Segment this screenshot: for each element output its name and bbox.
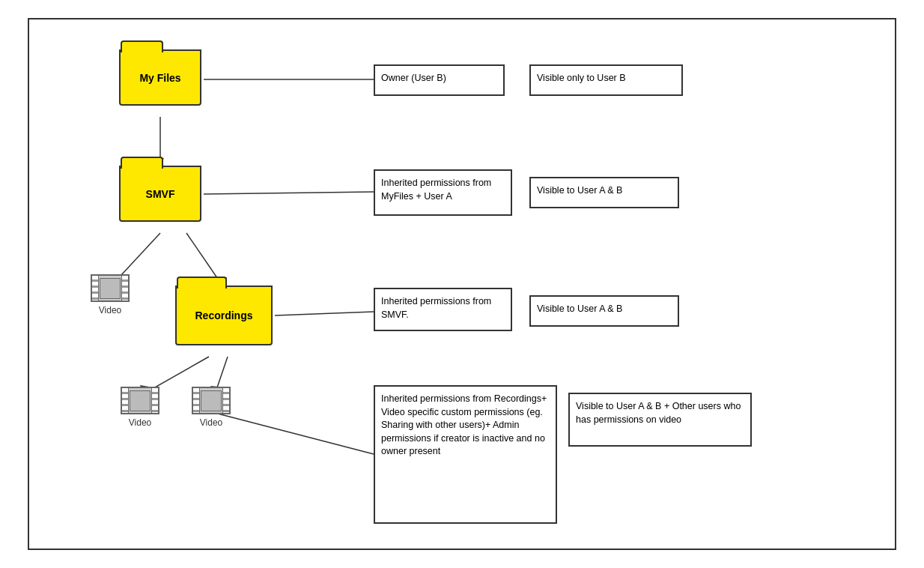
folder-my-files: My Files (119, 49, 201, 106)
diagram-container: My Files SMVF Recordings Video Video Vid… (28, 18, 896, 550)
folder-recordings: Recordings (175, 285, 273, 345)
info-smvf-vis-text: Visible to User A & B (537, 185, 622, 196)
svg-line-13 (215, 413, 374, 454)
svg-line-11 (204, 192, 374, 194)
info-rec-perm: Inherited permissions from SMVF. (374, 288, 512, 331)
folder-smvf-label: SMVF (146, 188, 175, 200)
film-video-smvf: Video (88, 274, 133, 315)
info-myfiles-vis: Visible only to User B (529, 64, 683, 96)
info-rec-vis-text: Visible to User A & B (537, 303, 622, 314)
info-video-perm-text: Inherited permissions from Recordings+ V… (381, 393, 547, 456)
film-label-smvf: Video (99, 305, 121, 315)
info-smvf-vis: Visible to User A & B (529, 177, 679, 208)
info-rec-vis: Visible to User A & B (529, 295, 679, 327)
info-video-vis: Visible to User A & B + Other users who … (568, 393, 752, 447)
info-myfiles-perm-text: Owner (User B) (381, 73, 446, 83)
svg-line-12 (275, 312, 374, 315)
info-smvf-perm-text: Inherited permissions from MyFiles + Use… (381, 178, 491, 202)
info-video-vis-text: Visible to User A & B + Other users who … (576, 401, 741, 425)
info-video-perm: Inherited permissions from Recordings+ V… (374, 385, 557, 524)
film-video-rec-2: Video (189, 387, 234, 428)
film-strip-rec-1 (121, 387, 159, 414)
info-myfiles-vis-text: Visible only to User B (537, 73, 626, 83)
folder-recordings-label: Recordings (195, 309, 252, 321)
folder-my-files-label: My Files (139, 72, 180, 84)
film-label-rec-1: Video (129, 417, 151, 428)
info-smvf-perm: Inherited permissions from MyFiles + Use… (374, 169, 512, 216)
film-video-rec-1: Video (118, 387, 162, 428)
film-label-rec-2: Video (200, 417, 222, 428)
film-strip-smvf (91, 274, 130, 302)
film-strip-rec-2 (192, 387, 231, 414)
folder-smvf: SMVF (119, 166, 201, 222)
info-rec-perm-text: Inherited permissions from SMVF. (381, 296, 491, 320)
info-myfiles-perm: Owner (User B) (374, 64, 505, 96)
